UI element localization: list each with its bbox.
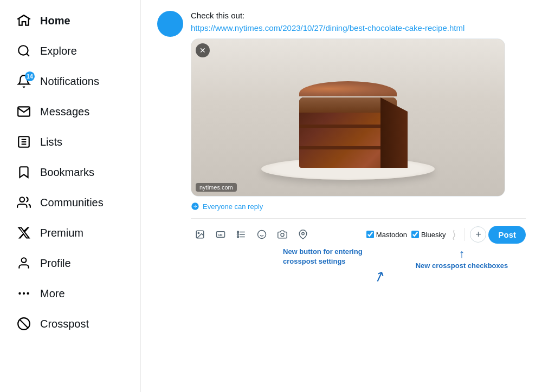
reply-info-text: Everyone can reply: [203, 202, 263, 211]
toolbar-location-icon[interactable]: [294, 225, 312, 244]
svg-point-23: [237, 236, 239, 238]
sidebar-label-explore: Explore: [40, 45, 77, 57]
arrow-up-icon: ↑: [459, 247, 465, 261]
main-content: Check this out: https://www.nytimes.com/…: [141, 0, 542, 392]
svg-point-15: [198, 232, 199, 233]
svg-point-27: [281, 233, 284, 237]
toolbar-gif-icon[interactable]: GIF: [211, 225, 230, 244]
toolbar-camera-icon[interactable]: [273, 225, 292, 244]
bookmark-icon: [16, 165, 31, 180]
svg-point-6: [20, 197, 24, 202]
toolbar-emoji-icon[interactable]: [253, 225, 271, 244]
sidebar-item-messages[interactable]: Messages: [5, 97, 135, 126]
post-toolbar: GIF: [191, 218, 526, 244]
reply-info: Everyone can reply: [191, 202, 526, 211]
sidebar-item-premium[interactable]: Premium: [5, 219, 135, 247]
svg-text:GIF: GIF: [218, 233, 223, 237]
annotation-btn-area: New button for entering crosspost settin…: [278, 247, 391, 285]
svg-line-12: [20, 319, 28, 328]
svg-line-1: [27, 54, 29, 56]
annotation-btn-label: New button for entering crosspost settin…: [283, 247, 391, 266]
svg-point-9: [28, 293, 29, 294]
notification-badge: 14: [25, 71, 35, 81]
svg-point-21: [237, 231, 239, 233]
toolbar-image-icon[interactable]: [191, 225, 209, 244]
bluesky-checkbox-label[interactable]: Bluesky: [411, 231, 446, 239]
sidebar-item-bookmarks[interactable]: Bookmarks: [5, 158, 135, 186]
mastodon-label: Mastodon: [376, 231, 407, 239]
sidebar-item-crosspost[interactable]: Crosspost: [5, 310, 135, 338]
bluesky-checkbox[interactable]: [411, 231, 419, 238]
arrow-left-icon: ↙: [371, 267, 388, 288]
bluesky-label: Bluesky: [421, 231, 446, 239]
svg-point-10: [19, 293, 20, 294]
sidebar-label-profile: Profile: [40, 257, 71, 270]
sidebar-label-premium: Premium: [40, 227, 83, 239]
person-icon: [16, 256, 31, 271]
sidebar-label-notifications: Notifications: [40, 75, 99, 88]
sidebar-item-home[interactable]: Home: [5, 6, 135, 35]
envelope-icon: [16, 104, 31, 119]
home-icon: [16, 13, 31, 28]
sidebar-label-more: More: [40, 288, 65, 300]
sidebar-item-notifications[interactable]: 14 Notifications: [5, 67, 135, 95]
divider: [464, 228, 464, 241]
x-logo-icon: [16, 225, 31, 240]
close-icon: ✕: [199, 46, 206, 55]
sidebar-item-communities[interactable]: Communities: [5, 188, 135, 217]
sidebar-item-lists[interactable]: Lists: [5, 128, 135, 156]
wavy-separator: [450, 229, 459, 240]
image-card: ✕: [191, 38, 505, 197]
sidebar: Home Explore 14 Notifications Messages L…: [0, 0, 141, 392]
cake-image: nytimes.com: [191, 39, 505, 196]
mastodon-checkbox-label[interactable]: Mastodon: [366, 231, 407, 239]
post-header: Check this out: https://www.nytimes.com/…: [157, 11, 526, 290]
post-link[interactable]: https://www.nytimes.com/2023/10/27/dinin…: [191, 23, 464, 32]
bell-icon: 14: [16, 74, 31, 89]
sidebar-label-crosspost: Crosspost: [40, 318, 89, 330]
avatar: [157, 11, 183, 37]
post-caption: Check this out:: [191, 11, 526, 20]
image-source: nytimes.com: [196, 183, 237, 192]
svg-point-22: [237, 234, 239, 236]
sidebar-label-communities: Communities: [40, 197, 104, 209]
annotation-crosspost-area: ↑ New crosspost checkboxes: [413, 247, 511, 271]
toolbar-poll-icon[interactable]: [232, 225, 250, 244]
crosspost-area: Mastodon Bluesky: [366, 229, 459, 240]
people-icon: [16, 195, 31, 210]
mastodon-checkbox[interactable]: [366, 231, 374, 238]
svg-point-24: [258, 231, 266, 239]
list-icon: [16, 134, 31, 149]
sidebar-label-messages: Messages: [40, 106, 89, 118]
search-icon: [16, 43, 31, 58]
ellipsis-icon: [16, 286, 31, 301]
post-text: Check this out: https://www.nytimes.com/…: [191, 11, 526, 290]
annotation-row: New button for entering crosspost settin…: [191, 247, 526, 290]
svg-point-8: [23, 293, 24, 294]
close-button[interactable]: ✕: [196, 43, 210, 57]
annotation-crosspost-label: New crosspost checkboxes: [413, 261, 511, 271]
svg-point-28: [302, 232, 305, 235]
sidebar-item-explore[interactable]: Explore: [5, 37, 135, 65]
svg-point-0: [18, 45, 28, 55]
post-button[interactable]: Post: [488, 226, 526, 244]
add-icon: +: [475, 229, 481, 240]
sidebar-label-bookmarks: Bookmarks: [40, 166, 94, 179]
sidebar-label-home: Home: [40, 15, 70, 27]
sidebar-item-more[interactable]: More: [5, 279, 135, 308]
add-button[interactable]: +: [470, 226, 486, 243]
crosspost-icon: [16, 316, 31, 331]
sidebar-label-lists: Lists: [40, 136, 62, 148]
sidebar-item-profile[interactable]: Profile: [5, 249, 135, 277]
svg-point-7: [22, 258, 27, 263]
